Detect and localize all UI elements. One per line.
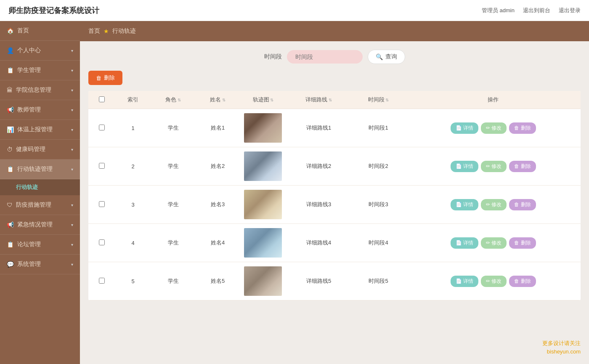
logout-link[interactable]: 退出登录 <box>559 7 581 14</box>
filter-row: 时间段 🔍 查询 <box>88 50 581 64</box>
sidebar-item-health[interactable]: ⏱ 健康码管理 ▾ <box>0 140 80 159</box>
col-track-img[interactable]: 轨迹图 <box>240 91 286 109</box>
sidebar-item-label-forum: 论坛管理 <box>17 241 41 248</box>
row-role-3: 学生 <box>151 224 196 262</box>
sidebar-item-students[interactable]: 📋 学生管理 ▾ <box>0 61 80 80</box>
detail-button-1[interactable]: 📄 详情 <box>451 161 478 172</box>
sidebar-item-emergency[interactable]: 📢 紧急情况管理 ▾ <box>0 215 80 235</box>
row-role-4: 学生 <box>151 262 196 300</box>
back-to-front-link[interactable]: 退出到前台 <box>523 7 550 14</box>
query-label: 查询 <box>385 53 397 61</box>
emergency-icon: 📢 <box>7 221 14 228</box>
row-actions-3: 📄 详情 ✏ 修改 🗑 删除 <box>406 224 581 262</box>
detail-button-4[interactable]: 📄 详情 <box>451 276 478 287</box>
edit-button-3[interactable]: ✏ 修改 <box>481 237 507 249</box>
edit-button-1[interactable]: ✏ 修改 <box>481 161 507 172</box>
edit-button-2[interactable]: ✏ 修改 <box>481 199 507 210</box>
sidebar-item-profile[interactable]: 👤 个人中心 ▾ <box>0 41 80 61</box>
sidebar-item-trajectory[interactable]: 📋 行动轨迹管理 ▾ <box>0 159 80 179</box>
row-index-1: 2 <box>115 147 151 186</box>
layout: 🏠 首页 👤 个人中心 ▾ 📋 学生管理 ▾ 🏛 学院信息管理 ▾ <box>0 21 589 364</box>
sidebar-item-label-prevention: 防疫措施管理 <box>16 201 51 209</box>
select-all-checkbox[interactable] <box>99 96 105 102</box>
track-image-4 <box>244 266 282 296</box>
detail-button-3[interactable]: 📄 详情 <box>451 237 478 249</box>
row-role-1: 学生 <box>151 147 196 186</box>
row-select-4[interactable] <box>99 278 105 284</box>
delete-button-4[interactable]: 🗑 删除 <box>509 276 536 287</box>
col-time-period[interactable]: 时间段 <box>351 91 406 109</box>
sidebar-item-temperature[interactable]: 📊 体温上报管理 ▾ <box>0 120 80 140</box>
table-row: 3 学生 姓名3 详细路线3 时间段3 📄 详情 ✏ 修改 🗑 删除 <box>88 186 581 224</box>
row-checkbox-1 <box>88 147 115 186</box>
detail-button-0[interactable]: 📄 详情 <box>451 122 478 134</box>
sidebar-item-college[interactable]: 🏛 学院信息管理 ▾ <box>0 80 80 100</box>
sidebar-item-forum[interactable]: 📋 论坛管理 ▾ <box>0 235 80 255</box>
chevron-down-icon-trajectory: ▾ <box>71 167 73 172</box>
admin-label: 管理员 admin <box>482 7 515 14</box>
chevron-down-icon-forum: ▾ <box>71 242 73 247</box>
row-detail-route-2: 详细路线3 <box>286 186 351 224</box>
row-select-1[interactable] <box>99 163 105 169</box>
row-time-period-3: 时间段4 <box>351 224 406 262</box>
batch-delete-button[interactable]: 🗑 删除 <box>88 71 122 85</box>
row-index-3: 4 <box>115 224 151 262</box>
detail-button-2[interactable]: 📄 详情 <box>451 199 478 210</box>
time-period-input[interactable] <box>287 50 363 64</box>
row-detail-route-3: 详细路线4 <box>286 224 351 262</box>
row-actions-1: 📄 详情 ✏ 修改 🗑 删除 <box>406 147 581 186</box>
sidebar-item-teachers[interactable]: 📢 教师管理 ▾ <box>0 100 80 120</box>
delete-button-1[interactable]: 🗑 删除 <box>509 161 536 172</box>
row-thumb-3 <box>240 224 286 262</box>
filter-label: 时间段 <box>264 53 282 61</box>
row-actions-2: 📄 详情 ✏ 修改 🗑 删除 <box>406 186 581 224</box>
profile-icon: 👤 <box>7 47 14 54</box>
row-name-0: 姓名1 <box>196 109 240 147</box>
col-name[interactable]: 姓名 <box>196 91 240 109</box>
delete-button-3[interactable]: 🗑 删除 <box>509 237 536 249</box>
sidebar-item-prevention[interactable]: 🛡 防疫措施管理 ▾ <box>0 195 80 215</box>
row-name-4: 姓名5 <box>196 262 240 300</box>
delete-batch-label: 删除 <box>104 74 115 82</box>
col-actions: 操作 <box>406 91 581 109</box>
top-header: 师生防疫登记备案系统设计 管理员 admin 退出到前台 退出登录 <box>0 0 589 21</box>
star-icon: ★ <box>103 28 109 35</box>
chevron-down-icon-health: ▾ <box>71 147 73 152</box>
header-right: 管理员 admin 退出到前台 退出登录 <box>482 7 581 14</box>
sidebar-sub-item-action-trajectory[interactable]: 行动轨迹 <box>0 179 80 195</box>
sidebar-item-label-temperature: 体温上报管理 <box>17 126 53 133</box>
col-role[interactable]: 角色 <box>151 91 196 109</box>
row-name-3: 姓名4 <box>196 224 240 262</box>
row-index-0: 1 <box>115 109 151 147</box>
row-time-period-1: 时间段2 <box>351 147 406 186</box>
delete-button-0[interactable]: 🗑 删除 <box>509 122 536 134</box>
col-checkbox <box>88 91 115 109</box>
track-image-3 <box>244 228 282 258</box>
row-role-0: 学生 <box>151 109 196 147</box>
row-select-0[interactable] <box>99 125 105 130</box>
chevron-down-icon-college: ▾ <box>71 88 73 93</box>
sidebar-item-label-profile: 个人中心 <box>17 47 41 54</box>
row-name-2: 姓名3 <box>196 186 240 224</box>
college-icon: 🏛 <box>7 87 13 93</box>
row-checkbox-2 <box>88 186 115 224</box>
row-actions-0: 📄 详情 ✏ 修改 🗑 删除 <box>406 109 581 147</box>
search-icon: 🔍 <box>376 53 383 60</box>
sidebar-item-home[interactable]: 🏠 首页 <box>0 21 80 41</box>
action-trajectory-label: 行动轨迹 <box>16 184 38 190</box>
edit-button-4[interactable]: ✏ 修改 <box>481 276 507 287</box>
edit-button-0[interactable]: ✏ 修改 <box>481 122 507 134</box>
chevron-down-icon-emergency: ▾ <box>71 223 73 227</box>
delete-button-2[interactable]: 🗑 删除 <box>509 199 536 210</box>
col-index: 索引 <box>115 91 151 109</box>
row-time-period-2: 时间段3 <box>351 186 406 224</box>
row-thumb-1 <box>240 147 286 186</box>
row-select-3[interactable] <box>99 239 105 245</box>
row-select-2[interactable] <box>99 201 105 207</box>
sidebar-item-system[interactable]: 💬 系统管理 ▾ <box>0 255 80 274</box>
content-area: 时间段 🔍 查询 🗑 删除 <box>80 41 589 364</box>
col-detail-route[interactable]: 详细路线 <box>286 91 351 109</box>
temperature-icon: 📊 <box>7 126 14 133</box>
query-button[interactable]: 🔍 查询 <box>368 50 405 64</box>
row-checkbox-4 <box>88 262 115 300</box>
